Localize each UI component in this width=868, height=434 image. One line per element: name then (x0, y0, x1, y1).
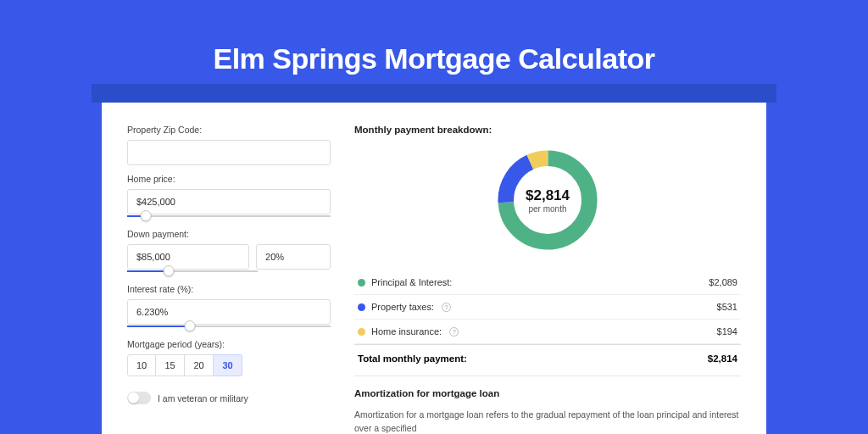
page-title: Elm Springs Mortgage Calculator (0, 42, 868, 75)
donut-period: per month (528, 204, 566, 214)
period-group: Mortgage period (years): 10 15 20 30 (127, 339, 331, 376)
veteran-toggle[interactable] (127, 392, 151, 404)
home-price-group: Home price: (127, 174, 331, 220)
period-option-10[interactable]: 10 (127, 354, 156, 376)
total-label: Total monthly payment: (358, 353, 467, 364)
amortization-section: Amortization for mortgage loan Amortizat… (354, 376, 741, 434)
down-payment-group: Down payment: (127, 229, 331, 275)
info-icon[interactable]: ? (442, 303, 451, 312)
legend-principal-label: Principal & Interest: (371, 277, 452, 287)
donut-chart: $2,814 per month (492, 145, 603, 255)
zip-group: Property Zip Code: (127, 125, 331, 165)
dot-icon (358, 328, 365, 336)
legend-taxes-label: Property taxes: (371, 302, 434, 312)
legend-taxes-value: $531 (717, 302, 737, 312)
down-payment-input[interactable] (127, 244, 249, 270)
amortization-title: Amortization for mortgage loan (354, 388, 741, 398)
period-option-30[interactable]: 30 (214, 354, 242, 376)
veteran-label: I am veteran or military (158, 393, 248, 403)
donut-amount: $2,814 (526, 187, 570, 204)
interest-label: Interest rate (%): (127, 284, 331, 294)
down-payment-pct-input[interactable] (256, 244, 331, 270)
period-option-15[interactable]: 15 (156, 354, 185, 376)
legend-principal: Principal & Interest: $2,089 (354, 270, 741, 295)
veteran-row: I am veteran or military (127, 392, 331, 404)
home-price-label: Home price: (127, 174, 331, 184)
inputs-panel: Property Zip Code: Home price: Down paym… (127, 125, 331, 434)
down-payment-slider[interactable] (127, 267, 258, 275)
legend-insurance: Home insurance: ? $194 (354, 320, 741, 344)
total-row: Total monthly payment: $2,814 (354, 344, 741, 376)
info-icon[interactable]: ? (449, 327, 459, 337)
donut-container: $2,814 per month (354, 145, 741, 255)
breakdown-panel: Monthly payment breakdown: $2,814 per mo… (354, 125, 741, 434)
period-segmented: 10 15 20 30 (127, 354, 331, 376)
legend-insurance-value: $194 (717, 326, 737, 337)
home-price-slider[interactable] (127, 212, 331, 220)
dot-icon (358, 279, 365, 287)
zip-label: Property Zip Code: (127, 125, 331, 135)
period-label: Mortgage period (years): (127, 339, 331, 349)
header-ribbon (92, 84, 776, 103)
total-value: $2,814 (708, 353, 737, 364)
amortization-text: Amortization for a mortgage loan refers … (354, 409, 741, 434)
interest-slider[interactable] (127, 322, 331, 331)
zip-input[interactable] (127, 140, 331, 165)
calculator-card: Property Zip Code: Home price: Down paym… (102, 103, 766, 434)
home-price-input[interactable] (127, 189, 331, 214)
legend-insurance-label: Home insurance: (371, 326, 442, 337)
legend-principal-value: $2,089 (709, 277, 737, 287)
legend-taxes: Property taxes: ? $531 (354, 295, 741, 320)
down-payment-label: Down payment: (127, 229, 331, 239)
toggle-knob-icon (128, 392, 139, 403)
breakdown-title: Monthly payment breakdown: (354, 125, 741, 135)
interest-input[interactable] (127, 299, 331, 325)
interest-group: Interest rate (%): (127, 284, 331, 331)
period-option-20[interactable]: 20 (185, 354, 214, 376)
dot-icon (358, 303, 365, 311)
